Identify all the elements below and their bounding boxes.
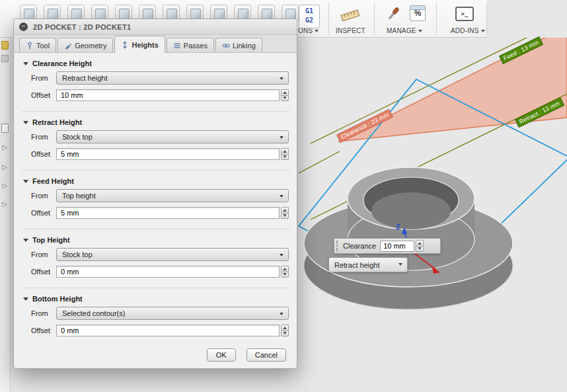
clearance-from-select[interactable]: Retract height <box>56 71 289 85</box>
expand-arrow-icon[interactable]: ▷ <box>2 163 7 171</box>
section-clearance-height: Clearance Height From Retract height Off… <box>22 53 289 112</box>
chevron-down-icon <box>398 263 402 266</box>
section-feed-height: Feed Height From Top height Offset <box>22 171 289 229</box>
pencil-icon <box>64 42 72 50</box>
inspect-group-label[interactable]: INSPECT <box>336 27 365 34</box>
offset-stepper[interactable] <box>281 266 289 278</box>
ok-button[interactable]: OK <box>207 348 236 362</box>
folder-icon[interactable] <box>1 41 9 50</box>
stepper-down-icon[interactable] <box>283 214 287 217</box>
stepper-up-icon[interactable] <box>418 242 422 245</box>
ruler-icon[interactable] <box>340 7 361 25</box>
bottom-from-select[interactable]: Selected contour(s) <box>56 307 289 320</box>
expand-arrow-icon[interactable]: ▷ <box>2 200 7 208</box>
chevron-down-icon <box>418 30 422 32</box>
from-label: From <box>22 74 56 82</box>
disclosure-triangle-icon[interactable] <box>23 180 28 183</box>
top-from-select[interactable]: Stock top <box>56 248 289 261</box>
tool-icon <box>26 42 34 50</box>
stepper-down-icon[interactable] <box>283 97 287 99</box>
stepper-down-icon[interactable] <box>283 273 287 276</box>
section-header[interactable]: Top Height <box>22 234 289 246</box>
offset-stepper[interactable] <box>281 89 289 101</box>
stepper-up-icon[interactable] <box>283 268 287 270</box>
stepper-up-icon[interactable] <box>283 91 287 94</box>
height-line-left <box>299 151 340 173</box>
chevron-down-icon <box>280 313 284 315</box>
clearance-inline-editor: Clearance <box>334 238 441 254</box>
layers-icon[interactable] <box>1 55 9 62</box>
section-header[interactable]: Feed Height <box>22 175 289 187</box>
cancel-button[interactable]: Cancel <box>246 348 286 362</box>
section-header[interactable]: Bottom Height <box>22 293 289 305</box>
expand-arrow-icon[interactable]: ▷ <box>2 143 7 151</box>
section-bottom-height: Bottom Height From Selected contour(s) O… <box>22 288 289 346</box>
retract-height-inline-select[interactable]: Retract height <box>328 257 408 272</box>
section-top-height: Top Height From Stock top Offset <box>22 229 289 288</box>
passes-icon <box>173 42 181 50</box>
offset-stepper[interactable] <box>281 325 289 336</box>
stepper-down-icon[interactable] <box>418 247 422 250</box>
offset-stepper[interactable] <box>281 207 289 219</box>
dialog-titlebar[interactable]: − 2D POCKET : 2D POCKET1 <box>14 19 297 35</box>
bottom-offset-input[interactable] <box>56 325 280 336</box>
retract-height-inline-value: Retract height <box>334 261 379 269</box>
retract-from-select[interactable]: Stock top <box>56 130 289 143</box>
tab-geometry[interactable]: Geometry <box>57 38 113 52</box>
gcode-g1g2-icon[interactable]: G1G2 <box>299 5 320 28</box>
from-label: From <box>22 192 56 200</box>
link-icon <box>222 42 230 50</box>
chevron-down-icon <box>280 254 284 256</box>
feed-from-select[interactable]: Top height <box>56 189 289 202</box>
clearance-inline-input[interactable] <box>380 241 414 252</box>
heights-icon <box>121 41 129 49</box>
offset-label: Offset <box>22 209 56 217</box>
clearance-offset-input[interactable] <box>56 89 280 101</box>
stepper-up-icon[interactable] <box>283 327 287 329</box>
document-icon[interactable] <box>1 124 9 133</box>
tab-passes[interactable]: Passes <box>167 38 214 52</box>
disclosure-triangle-icon[interactable] <box>23 62 28 65</box>
disclosure-triangle-icon[interactable] <box>23 239 28 242</box>
minimize-icon[interactable]: − <box>19 22 28 31</box>
offset-label: Offset <box>22 91 56 99</box>
chevron-down-icon <box>315 30 319 32</box>
clearance-inline-stepper[interactable] <box>416 240 424 252</box>
post-process-icon[interactable]: % <box>410 5 426 21</box>
retract-offset-input[interactable] <box>56 148 280 160</box>
drag-handle-icon[interactable] <box>336 241 340 251</box>
stepper-down-icon[interactable] <box>283 332 287 334</box>
z-axis-label: Z <box>396 223 400 231</box>
browser-edge-strip: ▷ ▷ ▷ ▷ <box>0 38 11 392</box>
tab-tool[interactable]: Tool <box>19 38 56 52</box>
screwdriver-icon[interactable] <box>385 5 402 23</box>
chevron-down-icon <box>280 77 284 80</box>
chevron-down-icon <box>280 136 284 139</box>
tab-heights[interactable]: Heights <box>114 36 165 53</box>
dialog-title: 2D POCKET : 2D POCKET1 <box>33 23 131 31</box>
section-header[interactable]: Clearance Height <box>22 58 289 69</box>
from-label: From <box>22 251 56 258</box>
stepper-up-icon[interactable] <box>283 209 287 212</box>
terminal-prompt-icon[interactable]: >_ <box>455 7 474 21</box>
section-header[interactable]: Retract Height <box>22 116 289 128</box>
expand-arrow-icon[interactable]: ▷ <box>2 182 7 189</box>
stepper-down-icon[interactable] <box>283 155 287 158</box>
disclosure-triangle-icon[interactable] <box>23 121 28 124</box>
fusion-cam-workspace: Z Feed : 13 mm Retract : 13 mm Clearance… <box>0 0 567 392</box>
disclosure-triangle-icon[interactable] <box>23 297 28 301</box>
offset-label: Offset <box>22 150 56 158</box>
top-offset-input[interactable] <box>56 266 280 278</box>
dialog-tab-bar: Tool Geometry Heights <box>14 35 297 53</box>
chevron-down-icon <box>280 195 284 198</box>
manage-group-label[interactable]: MANAGE <box>387 27 422 34</box>
addins-group-label[interactable]: ADD-INS <box>451 27 485 34</box>
offset-stepper[interactable] <box>281 148 289 160</box>
section-retract-height: Retract Height From Stock top Offset <box>22 112 289 171</box>
offset-label: Offset <box>22 327 56 334</box>
2d-pocket-dialog: − 2D POCKET : 2D POCKET1 Tool Geometry <box>13 19 297 369</box>
stepper-up-icon[interactable] <box>283 150 287 153</box>
feed-offset-input[interactable] <box>56 207 280 219</box>
tab-linking[interactable]: Linking <box>215 38 262 52</box>
clearance-inline-label: Clearance <box>343 242 376 250</box>
